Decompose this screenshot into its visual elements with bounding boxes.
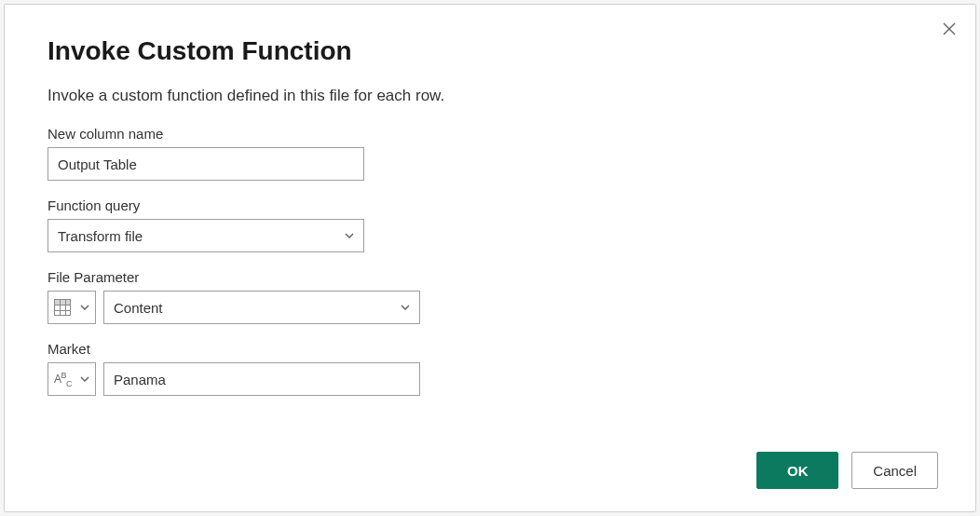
market-type-selector[interactable]: ABC: [48, 362, 96, 396]
new-column-name-label: New column name: [48, 126, 932, 142]
dialog-subtitle: Invoke a custom function defined in this…: [48, 87, 932, 105]
file-parameter-field-group: File Parameter Content: [48, 269, 932, 324]
function-query-value: Transform file: [58, 228, 143, 244]
file-parameter-value: Content: [114, 300, 163, 316]
file-parameter-dropdown[interactable]: Content: [103, 291, 420, 324]
chevron-down-icon: [401, 303, 410, 312]
cancel-button[interactable]: Cancel: [851, 452, 938, 489]
new-column-name-input[interactable]: [48, 147, 364, 181]
new-column-name-field-group: New column name: [48, 126, 932, 181]
dialog-title: Invoke Custom Function: [48, 36, 932, 66]
function-query-label: Function query: [48, 197, 932, 213]
invoke-custom-function-dialog: Invoke Custom Function Invoke a custom f…: [4, 4, 976, 512]
chevron-down-icon: [80, 303, 89, 312]
text-type-icon: ABC: [54, 371, 72, 387]
close-icon: [942, 21, 957, 36]
chevron-down-icon: [80, 374, 89, 384]
market-field-group: Market ABC: [48, 341, 932, 396]
file-parameter-type-selector[interactable]: [48, 291, 96, 324]
market-label: Market: [48, 341, 932, 357]
file-parameter-label: File Parameter: [48, 269, 932, 285]
table-icon: [54, 299, 71, 316]
close-button[interactable]: [940, 20, 959, 38]
function-query-field-group: Function query Transform file: [48, 197, 932, 252]
chevron-down-icon: [345, 231, 354, 240]
market-input[interactable]: [103, 362, 420, 396]
dialog-button-row: OK Cancel: [756, 452, 938, 489]
function-query-dropdown[interactable]: Transform file: [48, 219, 364, 252]
ok-button[interactable]: OK: [756, 452, 838, 489]
